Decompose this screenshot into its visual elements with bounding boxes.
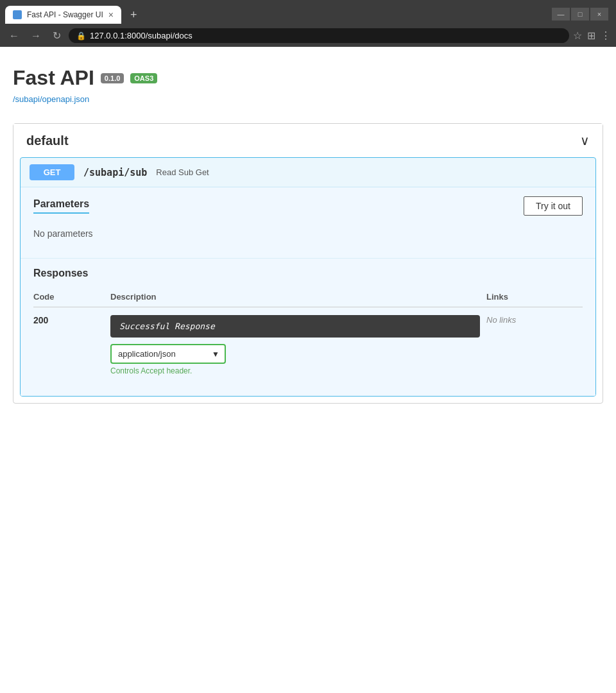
media-type-select[interactable]: application/json	[110, 344, 226, 364]
response-code: 200	[33, 315, 48, 325]
parameters-title: Parameters	[33, 198, 89, 214]
chevron-down-icon: ∨	[580, 133, 590, 148]
close-button[interactable]: ×	[590, 8, 608, 21]
browser-window: Fast API - Swagger UI × + — □ × ← → ↻ 🔒 …	[0, 0, 616, 676]
api-title-row: Fast API 0.1.0 OAS3	[13, 66, 603, 90]
bookmark-icon[interactable]: ☆	[573, 30, 582, 42]
section-header[interactable]: default ∨	[13, 124, 603, 157]
forward-button[interactable]: →	[27, 29, 45, 43]
section-title: default	[26, 133, 69, 148]
responses-title: Responses	[33, 268, 583, 279]
no-params-label: No parameters	[33, 222, 583, 245]
col-links-header: Links	[486, 288, 583, 307]
nav-actions: ☆ ⊞ ⋮	[573, 30, 611, 42]
page-content: Fast API 0.1.0 OAS3 /subapi/openapi.json…	[0, 47, 616, 676]
window-controls: — □ ×	[552, 5, 611, 21]
response-description-box: Successful Response	[110, 315, 480, 338]
endpoint-header[interactable]: GET /subapi/sub Read Sub Get	[21, 158, 595, 187]
back-button[interactable]: ←	[5, 29, 23, 43]
openapi-link[interactable]: /subapi/openapi.json	[13, 94, 89, 104]
maximize-button[interactable]: □	[571, 8, 589, 21]
version-badge: 0.1.0	[101, 73, 124, 83]
endpoint-description: Read Sub Get	[156, 167, 209, 177]
extensions-icon[interactable]: ⊞	[587, 30, 595, 42]
table-row: 200 Successful Response application/json	[33, 307, 583, 384]
oas-badge: OAS3	[130, 73, 157, 83]
tab-bar: Fast API - Swagger UI × + — □ ×	[0, 0, 616, 24]
default-section: default ∨ GET /subapi/sub Read Sub Get P…	[13, 123, 603, 404]
address-bar[interactable]: 🔒 127.0.0.1:8000/subapi/docs	[69, 28, 569, 43]
endpoint-container: GET /subapi/sub Read Sub Get Parameters …	[20, 157, 596, 397]
api-title: Fast API	[13, 66, 94, 90]
col-code-header: Code	[33, 288, 110, 307]
nav-bar: ← → ↻ 🔒 127.0.0.1:8000/subapi/docs ☆ ⊞ ⋮	[0, 24, 616, 47]
endpoint-path: /subapi/sub	[83, 167, 147, 178]
refresh-button[interactable]: ↻	[49, 28, 65, 43]
new-tab-button[interactable]: +	[124, 5, 144, 24]
media-type-select-wrapper: application/json ▼	[110, 344, 226, 364]
controls-accept-label: Controls Accept header.	[110, 366, 480, 375]
parameters-section: Parameters Try it out No parameters	[21, 187, 595, 258]
api-header: Fast API 0.1.0 OAS3 /subapi/openapi.json	[13, 66, 603, 104]
tab-close-button[interactable]: ×	[108, 10, 114, 20]
menu-icon[interactable]: ⋮	[601, 30, 611, 42]
address-text: 127.0.0.1:8000/subapi/docs	[90, 31, 193, 40]
tab-favicon	[13, 10, 22, 19]
no-links-label: No links	[486, 315, 516, 325]
method-badge: GET	[30, 164, 74, 180]
try-it-button[interactable]: Try it out	[524, 196, 583, 216]
col-description-header: Description	[110, 288, 486, 307]
lock-icon: 🔒	[76, 31, 86, 40]
tab-title: Fast API - Swagger UI	[27, 10, 103, 19]
responses-section: Responses Code Description Links	[21, 258, 595, 396]
active-tab[interactable]: Fast API - Swagger UI ×	[5, 6, 121, 24]
endpoint-body: Parameters Try it out No parameters Resp…	[21, 187, 595, 396]
params-header-row: Parameters Try it out	[33, 196, 583, 216]
minimize-button[interactable]: —	[552, 8, 570, 21]
responses-table: Code Description Links 200	[33, 288, 583, 383]
